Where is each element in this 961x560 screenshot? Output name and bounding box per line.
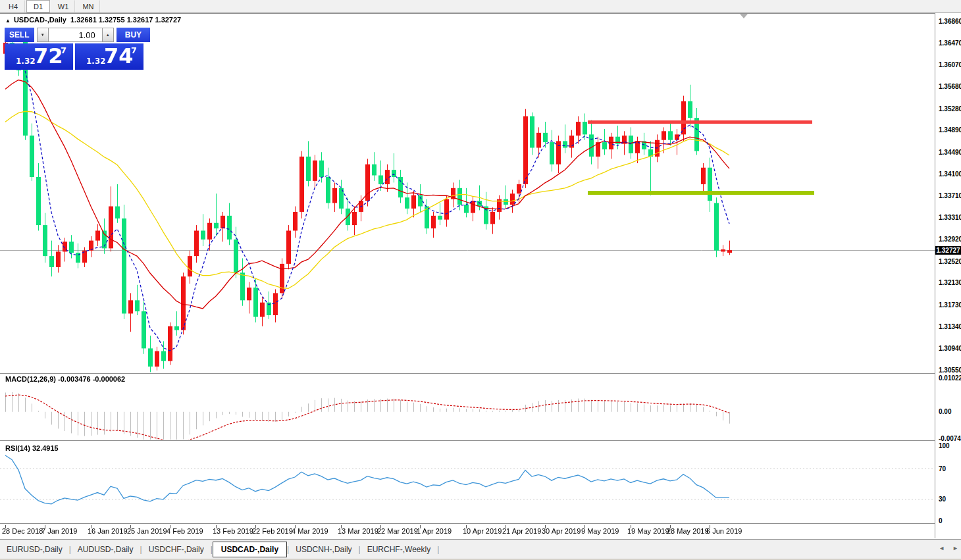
price-axis[interactable]: 1.368601.364701.360701.356801.352801.348…: [935, 13, 961, 538]
macd-axis-label: 0.010229: [939, 374, 961, 382]
rsi-axis-label: 0: [939, 517, 943, 524]
buy-price-big: 74: [104, 43, 134, 68]
timeframe-button-D1[interactable]: D1: [26, 0, 50, 13]
price-axis-label: 1.31340: [939, 323, 961, 330]
tabs-scroll-right-icon[interactable]: ►: [952, 545, 958, 551]
chart-tab-bar: EURUSD-,Daily|AUDUSD-,Daily|USDCHF-,Dail…: [0, 539, 961, 559]
sell-price-big: 72: [34, 43, 63, 68]
rsi-indicator-label: RSI(14) 32.4915: [5, 444, 59, 452]
price-axis-label: 1.34890: [939, 126, 961, 134]
price-axis-label: 1.30550: [939, 367, 961, 374]
date-axis-label: 28 Dec 2018: [2, 527, 43, 535]
sell-price-prefix: 1.32: [16, 57, 36, 66]
date-axis-label: 22 Mar 2019: [377, 527, 418, 535]
price-axis-label: 1.32130: [939, 279, 961, 286]
date-axis-label: 19 May 2019: [627, 527, 669, 535]
one-click-trade-panel: SELL ▼ ▲ BUY 1.32 72 7 1.32 74 7: [5, 28, 150, 70]
rsi-axis-label: 70: [939, 465, 946, 472]
price-axis-label: 1.33310: [939, 214, 961, 221]
price-axis-label: 1.33710: [939, 192, 961, 199]
volume-decrease-button[interactable]: ▼: [37, 28, 49, 42]
rsi-axis-label: 100: [939, 442, 950, 449]
price-axis-label: 1.35680: [939, 83, 961, 90]
date-axis-label: 21 Apr 2019: [502, 527, 541, 535]
volume-input[interactable]: [49, 28, 102, 42]
rsi-axis-label: 30: [939, 496, 946, 503]
tab-separator: |: [437, 545, 439, 554]
date-axis-label: 28 May 2019: [667, 527, 709, 535]
buy-price-prefix: 1.32: [86, 57, 106, 66]
price-axis-label: 1.36860: [939, 18, 961, 25]
date-axis-label: 4 Mar 2019: [292, 527, 328, 535]
chart-tab-eurusddaily[interactable]: EURUSD-,Daily: [0, 542, 69, 557]
sell-button[interactable]: SELL: [5, 28, 34, 42]
price-axis-label: 1.34490: [939, 149, 961, 156]
arrow-up-icon: ▲: [106, 33, 110, 37]
date-axis-label: 13 Mar 2019: [338, 527, 378, 535]
date-axis-label: 9 May 2019: [581, 527, 619, 535]
chart-tab-eurchfweekly[interactable]: EURCHF-,Weekly: [361, 542, 437, 557]
price-axis-label: 1.32520: [939, 258, 961, 265]
date-axis-label: 1 Apr 2019: [417, 527, 452, 535]
volume-increase-button[interactable]: ▲: [102, 28, 114, 42]
chart-tab-usdcaddaily[interactable]: USDCAD-,Daily: [213, 542, 287, 557]
sell-price-box[interactable]: 1.32 72 7: [5, 43, 73, 70]
date-axis-label: 25 Jan 2019: [127, 527, 167, 535]
chart-tab-usdchfdaily[interactable]: USDCHF-,Daily: [142, 542, 211, 557]
collapse-icon[interactable]: ▲: [5, 18, 11, 24]
date-axis-label: 6 Jun 2019: [706, 527, 742, 535]
price-axis-label: 1.36070: [939, 61, 961, 68]
macd-axis-label: 0.00: [939, 408, 951, 415]
scroll-end-marker-icon[interactable]: [740, 14, 748, 18]
current-price-tag: 1.32727: [935, 246, 961, 255]
price-axis-label: 1.30940: [939, 345, 961, 352]
chart-ohlc-quote: 1.32681 1.32755 1.32617 1.32727: [70, 16, 181, 24]
date-axis-label: 4 Feb 2019: [167, 527, 203, 535]
arrow-down-icon: ▼: [41, 33, 45, 37]
chart-header: ▲USDCAD-,Daily1.32681 1.32755 1.32617 1.…: [5, 16, 185, 24]
date-axis-label: 16 Jan 2019: [88, 527, 128, 535]
macd-axis-label: -0.007477: [939, 435, 961, 442]
date-axis-label: 13 Feb 2019: [213, 527, 253, 535]
timeframe-button-W1[interactable]: W1: [51, 0, 75, 13]
timeframe-toolbar: H4D1W1MN: [0, 0, 961, 13]
date-axis-label: 7 Jan 2019: [41, 527, 77, 535]
chart-tab-usdcnhdaily[interactable]: USDCNH-,Daily: [289, 542, 358, 557]
sell-price-sup: 7: [61, 45, 66, 55]
buy-price-box[interactable]: 1.32 74 7: [75, 43, 143, 70]
price-axis-label: 1.32920: [939, 236, 961, 243]
date-axis-label: 30 Apr 2019: [542, 527, 581, 535]
timeframe-button-MN[interactable]: MN: [76, 0, 100, 13]
price-chart-canvas[interactable]: [0, 13, 961, 538]
timeframe-button-H4[interactable]: H4: [1, 0, 25, 13]
macd-indicator-label: MACD(12,26,9) -0.003476 -0.000062: [5, 375, 125, 383]
date-axis-label: 22 Feb 2019: [252, 527, 293, 535]
price-axis-label: 1.35280: [939, 105, 961, 113]
price-axis-label: 1.36470: [939, 39, 961, 47]
date-axis[interactable]: 28 Dec 20187 Jan 201916 Jan 201925 Jan 2…: [0, 525, 935, 538]
chart-tab-audusddaily[interactable]: AUDUSD-,Daily: [71, 542, 140, 557]
buy-price-sup: 7: [131, 45, 137, 55]
buy-button[interactable]: BUY: [117, 28, 150, 42]
chart-title: USDCAD-,Daily: [14, 16, 66, 24]
tabs-scroll-left-icon[interactable]: ◄: [939, 545, 945, 551]
price-axis-label: 1.31730: [939, 301, 961, 309]
date-axis-label: 10 Apr 2019: [463, 527, 502, 535]
price-axis-label: 1.34100: [939, 170, 961, 178]
